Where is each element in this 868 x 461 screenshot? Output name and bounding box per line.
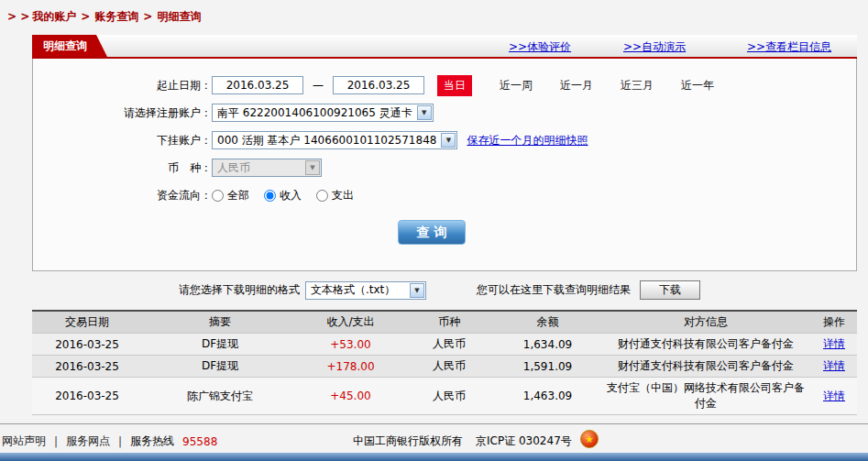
quick-link-last-year[interactable]: 近一年 <box>681 78 714 93</box>
table-row: 2016-03-25 DF提现 +53.00 人民币 1,634.09 财付通支… <box>32 334 857 356</box>
cell-amount: +178.00 <box>298 357 403 376</box>
cell-amount: +53.00 <box>298 335 403 354</box>
cell-balance: 1,634.09 <box>495 335 600 354</box>
cell-counterparty: 财付通支付科技有限公司客户备付金 <box>600 356 811 377</box>
page: > >我的账户>账务查询>明细查询 明细查询 >>体验评价 >>自动演示 >>查… <box>0 0 868 461</box>
flow-option-all-label: 全部 <box>227 188 249 203</box>
cell-balance: 1,591.09 <box>495 357 600 376</box>
detail-link[interactable]: 详情 <box>811 389 857 404</box>
service-outlets-link[interactable]: 服务网点 <box>66 434 110 449</box>
cell-summary: 陈广锦支付宝 <box>142 386 298 407</box>
breadcrumb-prefix: > > <box>7 10 29 23</box>
hotline-number: 95588 <box>182 435 217 448</box>
download-format-select[interactable]: 文本格式（.txt） ▼ <box>305 281 426 300</box>
copyright-text: 中国工商银行版权所有 <box>353 434 463 449</box>
cell-currency: 人民币 <box>403 356 495 377</box>
date-range-label: 起止日期： <box>33 78 212 93</box>
col-header-summary: 摘要 <box>142 312 298 333</box>
date-to-input[interactable] <box>333 76 424 94</box>
registered-account-select[interactable]: 南平 6222001406100921065 灵通卡 ▼ <box>212 104 434 122</box>
breadcrumb-item-my-account[interactable]: 我的账户 <box>32 10 76 23</box>
site-statement-link[interactable]: 网站声明 <box>2 434 46 449</box>
cell-counterparty: 支付宝（中国）网络技术有限公司客户备付金 <box>600 378 811 414</box>
query-form: 起止日期： — 当日 近一周 近一月 近三月 近一年 请选择注册账户： 南平 6… <box>32 59 857 271</box>
table-header-row: 交易日期 摘要 收入/支出 币种 余额 对方信息 操作 <box>32 312 857 334</box>
cell-counterparty: 财付通支付科技有限公司客户备付金 <box>600 334 811 355</box>
results-table: 交易日期 摘要 收入/支出 币种 余额 对方信息 操作 2016-03-25 D… <box>32 310 857 415</box>
quick-link-last-month[interactable]: 近一月 <box>560 78 593 93</box>
chevron-down-icon[interactable]: ▼ <box>441 133 456 148</box>
cell-summary: DF提现 <box>142 334 298 355</box>
cell-currency: 人民币 <box>403 334 495 355</box>
auto-demo-link[interactable]: >>自动演示 <box>623 39 686 55</box>
col-header-counterparty: 对方信息 <box>600 312 811 333</box>
cell-amount: +45.00 <box>298 387 403 405</box>
chevron-down-icon[interactable]: ▼ <box>410 283 424 298</box>
detail-link[interactable]: 详情 <box>811 336 857 352</box>
panel-header: 明细查询 >>体验评价 >>自动演示 >>查看栏目信息 <box>32 35 857 59</box>
currency-select: 人民币 ▼ <box>212 159 322 177</box>
query-button[interactable]: 查 询 <box>398 220 466 245</box>
download-format-value: 文本格式（.txt） <box>311 282 395 298</box>
registered-account-value: 南平 6222001406100921065 灵通卡 <box>217 105 412 121</box>
col-header-balance: 余额 <box>495 312 600 333</box>
download-button[interactable]: 下载 <box>640 280 700 300</box>
flow-radio-expense[interactable] <box>316 190 328 202</box>
fund-flow-label: 资金流向： <box>33 188 212 203</box>
cell-date: 2016-03-25 <box>32 357 142 376</box>
footer-links: 网站声明 | 服务网点 | 服务热线 95588 <box>2 434 217 449</box>
table-row: 2016-03-25 DF提现 +178.00 人民币 1,591.09 财付通… <box>32 356 857 378</box>
column-info-link[interactable]: >>查看栏目信息 <box>747 39 831 55</box>
breadcrumb-item-account-query[interactable]: 账务查询 <box>94 10 138 23</box>
save-snapshot-link[interactable]: 保存近一个月的明细快照 <box>467 133 588 148</box>
currency-value: 人民币 <box>217 160 250 176</box>
tab-label: 明细查询 <box>43 39 87 52</box>
hotline-label: 服务热线 <box>130 434 174 449</box>
col-header-date: 交易日期 <box>32 312 142 333</box>
bottom-blue-bar <box>0 453 868 461</box>
sub-account-select[interactable]: 000 活期 基本户 1406600101102571848 ▼ <box>212 131 457 149</box>
flow-option-expense[interactable]: 支出 <box>316 188 354 203</box>
quick-link-last-week[interactable]: 近一周 <box>500 78 533 93</box>
date-range-dash: — <box>313 79 324 92</box>
chevron-down-icon[interactable]: ▼ <box>417 105 432 120</box>
fund-flow-row: 资金流向： 全部 收入 支出 <box>33 185 856 205</box>
chevron-down-icon: ▼ <box>305 160 320 175</box>
flow-radio-income[interactable] <box>264 190 276 202</box>
footer-separator: | <box>118 435 122 448</box>
experience-review-link[interactable]: >>体验评价 <box>509 39 571 55</box>
cell-date: 2016-03-25 <box>32 335 142 354</box>
emblem-icon[interactable]: ★ <box>580 430 599 448</box>
quick-link-last-3-months[interactable]: 近三月 <box>621 78 654 93</box>
currency-label: 币 种： <box>33 160 212 176</box>
breadcrumb-item-detail-query[interactable]: 明细查询 <box>157 10 201 23</box>
col-header-currency: 币种 <box>403 312 495 333</box>
table-row: 2016-03-25 陈广锦支付宝 +45.00 人民币 1,463.09 支付… <box>32 378 857 415</box>
cell-currency: 人民币 <box>403 386 495 407</box>
flow-option-income[interactable]: 收入 <box>264 188 302 203</box>
icp-text: 京ICP证 030247号 <box>476 434 572 449</box>
cell-summary: DF提现 <box>142 356 298 377</box>
sub-account-row: 下挂账户： 000 活期 基本户 1406600101102571848 ▼ 保… <box>33 130 856 150</box>
flow-option-all[interactable]: 全部 <box>212 188 249 203</box>
date-from-input[interactable] <box>212 76 303 94</box>
flow-option-expense-label: 支出 <box>332 188 354 203</box>
footer: 网站声明 | 服务网点 | 服务热线 95588 中国工商银行版权所有 京ICP… <box>0 423 868 454</box>
cell-date: 2016-03-25 <box>32 387 142 405</box>
breadcrumb-separator: > <box>143 10 152 23</box>
date-range-row: 起止日期： — 当日 近一周 近一月 近三月 近一年 <box>33 75 856 95</box>
detail-link[interactable]: 详情 <box>811 358 857 374</box>
footer-copyright: 中国工商银行版权所有 京ICP证 030247号 <box>353 434 572 449</box>
currency-row: 币 种： 人民币 ▼ <box>33 158 856 178</box>
download-result-label: 您可以在这里下载查询明细结果 <box>477 282 631 298</box>
tab-detail-query[interactable]: 明细查询 <box>32 35 107 57</box>
download-format-label: 请您选择下载明细的格式 <box>179 282 300 298</box>
flow-option-income-label: 收入 <box>280 188 302 203</box>
download-row: 请您选择下载明细的格式 文本格式（.txt） ▼ 您可以在这里下载查询明细结果 … <box>32 280 857 300</box>
sub-account-label: 下挂账户： <box>33 133 212 148</box>
breadcrumb-separator: > <box>81 10 90 23</box>
registered-account-row: 请选择注册账户： 南平 6222001406100921065 灵通卡 ▼ <box>33 103 856 123</box>
flow-radio-all[interactable] <box>212 190 224 202</box>
cell-balance: 1,463.09 <box>495 387 600 405</box>
today-button[interactable]: 当日 <box>437 75 472 96</box>
